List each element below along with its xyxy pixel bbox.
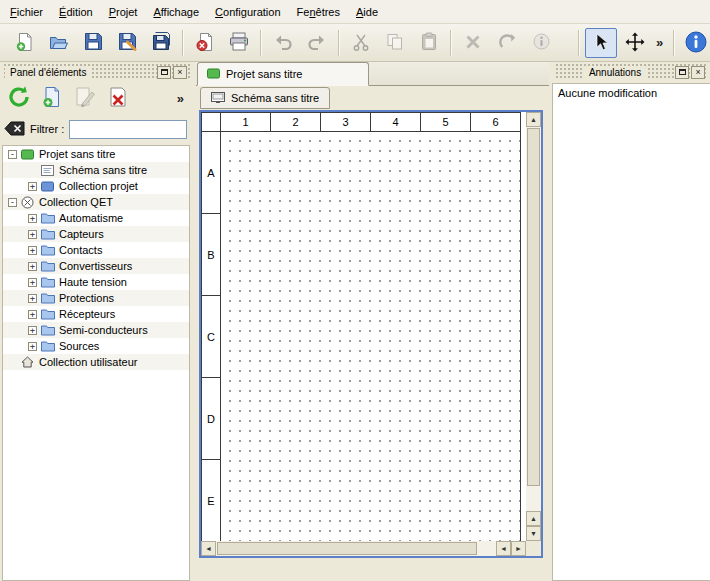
horizontal-scroll-thumb[interactable] xyxy=(217,542,477,555)
expand-icon[interactable]: + xyxy=(28,294,37,303)
new-project-button[interactable] xyxy=(9,28,41,58)
horizontal-scrollbar[interactable]: ◄ ◄ ► xyxy=(201,541,526,556)
tree-item-label: Semi-conducteurs xyxy=(59,324,148,336)
tree-item-protections[interactable]: + Protections xyxy=(3,290,189,306)
expand-icon[interactable]: + xyxy=(28,214,37,223)
clear-filter-button[interactable] xyxy=(4,121,25,138)
menu-configuration[interactable]: Configuration xyxy=(207,2,288,22)
scroll-down-button[interactable]: ▼ xyxy=(526,526,541,541)
about-button[interactable] xyxy=(680,28,710,58)
panel-toolbar-overflow-button[interactable]: » xyxy=(174,91,187,106)
copy-icon xyxy=(386,33,404,53)
tree-item-capteurs[interactable]: + Capteurs xyxy=(3,226,189,242)
menu-fichier[interactable]: Fichier xyxy=(2,2,51,22)
tree-item-semi-conducteurs[interactable]: + Semi-conducteurs xyxy=(3,322,189,338)
tree-item-label: Contacts xyxy=(59,244,102,256)
toolbar-separator xyxy=(260,30,262,56)
menu-fenetres[interactable]: Fenêtres xyxy=(289,2,348,22)
expand-icon[interactable]: + xyxy=(28,246,37,255)
schema-icon xyxy=(41,164,55,177)
tree-item-label: Projet sans titre xyxy=(39,148,115,160)
tree-item-project[interactable]: - Projet sans titre xyxy=(3,146,189,162)
expand-icon[interactable]: + xyxy=(28,326,37,335)
collapse-icon[interactable]: - xyxy=(8,198,17,207)
selection-mode-button[interactable] xyxy=(585,28,617,58)
tree-item-contacts[interactable]: + Contacts xyxy=(3,242,189,258)
elements-panel-dock: Panel d'éléments × » Filtrer : - Projet … xyxy=(0,62,192,581)
save-as-button[interactable] xyxy=(111,28,143,58)
scroll-left-button[interactable]: ◄ xyxy=(201,541,216,556)
new-element-button[interactable] xyxy=(38,84,66,112)
menu-aide[interactable]: Aide xyxy=(348,2,386,22)
open-project-button[interactable] xyxy=(43,28,75,58)
print-button[interactable] xyxy=(223,28,255,58)
about-info-icon xyxy=(685,31,707,55)
tree-item-recepteurs[interactable]: + Récepteurs xyxy=(3,306,189,322)
vertical-scrollbar[interactable]: ▲ ▲ ▼ xyxy=(526,112,541,541)
save-button[interactable] xyxy=(77,28,109,58)
expand-icon[interactable]: + xyxy=(28,278,37,287)
tree-item-collection-projet[interactable]: + Collection projet xyxy=(3,178,189,194)
edit-element-button xyxy=(71,84,99,112)
column-label: 1 xyxy=(220,112,271,132)
expand-icon[interactable]: + xyxy=(28,262,37,271)
filter-label: Filtrer : xyxy=(30,123,64,135)
vertical-scroll-thumb[interactable] xyxy=(527,128,540,486)
collapse-icon[interactable]: - xyxy=(8,150,17,159)
project-tab[interactable]: Projet sans titre xyxy=(197,62,369,86)
scroll-left-button[interactable]: ◄ xyxy=(496,541,511,556)
float-panel-button[interactable] xyxy=(675,66,689,79)
folder-icon xyxy=(41,228,55,241)
tree-item-sources[interactable]: + Sources xyxy=(3,338,189,354)
tree-item-convertisseurs[interactable]: + Convertisseurs xyxy=(3,258,189,274)
tree-item-label: Collection utilisateur xyxy=(39,356,137,368)
paste-icon xyxy=(420,32,438,53)
vertical-scroll-track[interactable] xyxy=(526,487,541,511)
menu-affichage[interactable]: Affichage xyxy=(145,2,207,22)
tree-item-schema[interactable]: Schéma sans titre xyxy=(3,162,189,178)
expand-icon[interactable]: + xyxy=(28,182,37,191)
close-panel-button[interactable]: × xyxy=(173,66,187,79)
save-all-icon xyxy=(152,32,171,53)
folder-icon xyxy=(41,212,55,225)
column-label: 5 xyxy=(420,112,471,132)
horizontal-scroll-track[interactable] xyxy=(478,541,496,556)
close-icon: × xyxy=(177,68,182,77)
float-panel-button[interactable] xyxy=(157,66,171,79)
tree-item-label: Sources xyxy=(59,340,99,352)
close-file-button[interactable] xyxy=(189,28,221,58)
tree-item-label: Collection projet xyxy=(59,180,138,192)
undo-icon xyxy=(273,33,293,53)
schema-grid[interactable] xyxy=(221,132,521,541)
filter-row: Filtrer : xyxy=(0,116,192,142)
scroll-up-button[interactable]: ▲ xyxy=(526,511,541,526)
reload-collections-button[interactable] xyxy=(5,84,33,112)
expand-icon[interactable]: + xyxy=(28,342,37,351)
tree-item-automatisme[interactable]: + Automatisme xyxy=(3,210,189,226)
delete-element-button[interactable] xyxy=(104,84,132,112)
scroll-right-button[interactable]: ► xyxy=(511,541,526,556)
folder-icon xyxy=(41,260,55,273)
tree-item-haute-tension[interactable]: + Haute tension xyxy=(3,274,189,290)
toolbar-overflow-button[interactable]: » xyxy=(653,35,666,50)
menu-projet[interactable]: Projet xyxy=(101,2,146,22)
undo-panel-titlebar[interactable]: Annulations × xyxy=(554,64,708,80)
tree-item-collection-qet[interactable]: - Collection QET xyxy=(3,194,189,210)
elements-panel-titlebar[interactable]: Panel d'éléments × xyxy=(2,64,190,80)
row-label: A xyxy=(201,131,221,214)
diagram-canvas[interactable]: 1 2 3 4 5 6 A B C D E xyxy=(201,112,526,541)
close-panel-button[interactable]: × xyxy=(691,66,705,79)
scroll-up-button[interactable]: ▲ xyxy=(526,112,541,127)
expand-icon[interactable]: + xyxy=(28,310,37,319)
save-all-button[interactable] xyxy=(145,28,177,58)
tree-item-collection-utilisateur[interactable]: Collection utilisateur xyxy=(3,354,189,370)
project-tab-bar: Projet sans titre xyxy=(196,62,549,86)
schema-tab[interactable]: Schéma sans titre xyxy=(200,87,330,109)
expand-icon[interactable]: + xyxy=(28,230,37,239)
pan-mode-button[interactable] xyxy=(619,28,651,58)
filter-input[interactable] xyxy=(69,120,187,139)
refresh-icon xyxy=(7,85,31,111)
toolbar-separator xyxy=(338,30,340,56)
menu-edition[interactable]: Édition xyxy=(51,2,101,22)
undo-history-list[interactable]: Aucune modification xyxy=(552,83,710,581)
